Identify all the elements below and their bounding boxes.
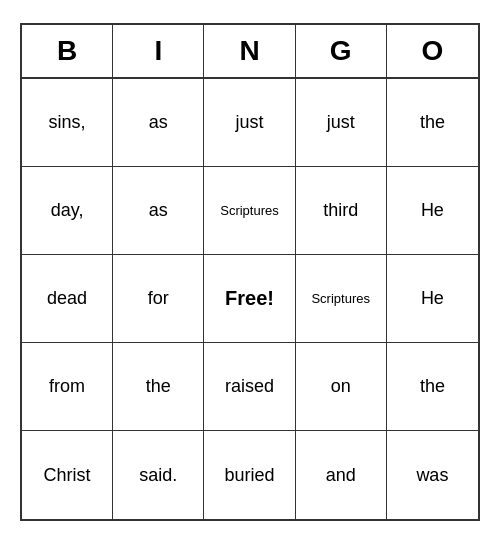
bingo-cell: said. — [113, 431, 204, 519]
bingo-cell: He — [387, 255, 478, 343]
bingo-cell: as — [113, 167, 204, 255]
bingo-cell: Scriptures — [204, 167, 295, 255]
bingo-cell: and — [296, 431, 387, 519]
bingo-cell: was — [387, 431, 478, 519]
header-cell: B — [22, 25, 113, 77]
bingo-cell: from — [22, 343, 113, 431]
bingo-cell: just — [204, 79, 295, 167]
header-cell: I — [113, 25, 204, 77]
header-cell: G — [296, 25, 387, 77]
bingo-cell: as — [113, 79, 204, 167]
bingo-header: BINGO — [22, 25, 478, 79]
bingo-cell: on — [296, 343, 387, 431]
bingo-cell: the — [387, 343, 478, 431]
bingo-cell: sins, — [22, 79, 113, 167]
header-cell: N — [204, 25, 295, 77]
bingo-card: BINGO sins,asjustjusttheday,asScriptures… — [20, 23, 480, 521]
bingo-cell: the — [387, 79, 478, 167]
header-cell: O — [387, 25, 478, 77]
bingo-body: sins,asjustjusttheday,asScripturesthirdH… — [22, 79, 478, 519]
bingo-cell: raised — [204, 343, 295, 431]
bingo-cell: day, — [22, 167, 113, 255]
bingo-cell: Free! — [204, 255, 295, 343]
bingo-cell: He — [387, 167, 478, 255]
bingo-cell: just — [296, 79, 387, 167]
bingo-cell: Scriptures — [296, 255, 387, 343]
bingo-cell: buried — [204, 431, 295, 519]
bingo-cell: for — [113, 255, 204, 343]
bingo-cell: Christ — [22, 431, 113, 519]
bingo-cell: dead — [22, 255, 113, 343]
bingo-cell: third — [296, 167, 387, 255]
bingo-cell: the — [113, 343, 204, 431]
